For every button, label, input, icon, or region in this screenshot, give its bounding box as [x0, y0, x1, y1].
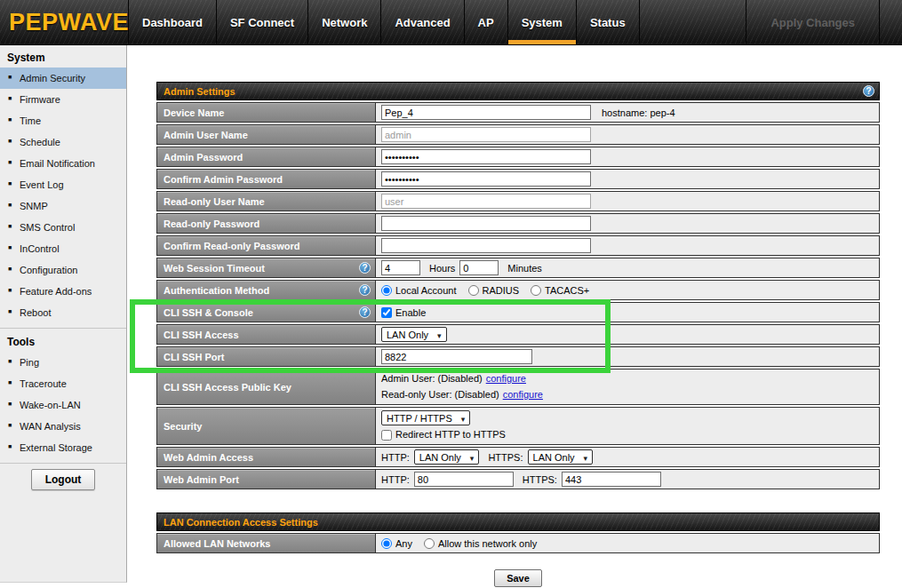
- save-button[interactable]: Save: [494, 569, 542, 587]
- device-name-row: Device Name hostname: pep-4: [156, 102, 880, 123]
- sidebar-item-wake-on-lan[interactable]: Wake-on-LAN: [0, 394, 126, 416]
- square-bullet-icon: [8, 441, 20, 455]
- sidebar-item-label: Firmware: [20, 93, 60, 106]
- hours-label: Hours: [429, 263, 455, 274]
- auth-local-account-radio[interactable]: [381, 285, 392, 296]
- http-label: HTTP:: [381, 452, 410, 463]
- cli-ssh-enable-checkbox[interactable]: [381, 307, 392, 318]
- sidebar-item-external-storage[interactable]: External Storage: [0, 437, 126, 458]
- sidebar-item-email-notification[interactable]: Email Notification: [0, 153, 126, 174]
- help-icon[interactable]: [863, 85, 874, 97]
- help-icon[interactable]: [359, 284, 371, 296]
- cli-ssh-port-input[interactable]: [381, 349, 532, 364]
- cli-ssh-access-label: CLI SSH Access: [164, 330, 239, 340]
- auth-tacacs-label: TACACS+: [545, 285, 589, 296]
- allowed-lan-any-label: Any: [395, 538, 412, 549]
- tab-sf-connect[interactable]: SF Connect: [217, 0, 308, 44]
- cli-ssh-access-select[interactable]: LAN Only: [381, 327, 447, 342]
- admin-password-input[interactable]: [381, 149, 591, 164]
- sidebar-item-label: Configuration: [20, 264, 77, 276]
- confirm-admin-password-label: Confirm Admin Password: [164, 174, 283, 185]
- allowed-lan-any-radio[interactable]: [381, 538, 392, 549]
- device-name-input[interactable]: [381, 105, 591, 120]
- readonly-user-name-row: Read-only User Name: [156, 191, 880, 211]
- square-bullet-icon: [8, 156, 20, 171]
- sidebar-item-incontrol[interactable]: InControl: [0, 238, 126, 259]
- logout-button[interactable]: Logout: [31, 469, 96, 490]
- admin-password-label: Admin Password: [164, 152, 243, 163]
- chevron-down-icon: [584, 452, 588, 463]
- sidebar-item-event-log[interactable]: Event Log: [0, 174, 126, 195]
- main-content: Admin Settings Device Name hostname: pep…: [156, 82, 880, 587]
- security-protocol-select[interactable]: HTTP / HTTPS: [381, 410, 470, 425]
- sidebar-item-ping[interactable]: Ping: [0, 352, 126, 373]
- apply-changes-button[interactable]: Apply Changes: [746, 0, 880, 44]
- auth-local-account-label: Local Account: [395, 285, 457, 296]
- admin-user-configure-link[interactable]: configure: [486, 372, 526, 385]
- sidebar-item-reboot[interactable]: Reboot: [0, 302, 126, 323]
- sidebar-item-firmware[interactable]: Firmware: [0, 89, 126, 110]
- help-icon[interactable]: [359, 262, 371, 274]
- chevron-down-icon: [461, 413, 466, 424]
- web-admin-http-access-select[interactable]: LAN Only: [414, 449, 480, 465]
- web-admin-access-row: Web Admin Access HTTP: LAN Only HTTPS: L…: [156, 447, 880, 467]
- readonly-password-row: Read-only Password: [156, 213, 880, 234]
- sidebar-item-traceroute[interactable]: Traceroute: [0, 373, 126, 394]
- readonly-user-configure-link[interactable]: configure: [503, 388, 543, 401]
- tab-network[interactable]: Network: [308, 0, 381, 44]
- square-bullet-icon: [8, 377, 20, 391]
- tab-status[interactable]: Status: [577, 0, 640, 44]
- redirect-http-label: Redirect HTTP to HTTPS: [395, 428, 506, 441]
- web-admin-http-port-input[interactable]: [414, 472, 514, 487]
- square-bullet-icon: [8, 92, 20, 107]
- readonly-user-key-status: Read-only User: (Disabled): [381, 388, 499, 401]
- tab-dashboard[interactable]: Dashboard: [129, 0, 217, 44]
- security-protocol-selected-value: HTTP / HTTPS: [387, 413, 452, 424]
- sidebar-item-configuration[interactable]: Configuration: [0, 259, 126, 281]
- authentication-method-row: Authentication Method Local Account RADI…: [156, 280, 880, 300]
- web-admin-https-access-select[interactable]: LAN Only: [528, 449, 594, 465]
- allowed-lan-this-network-radio[interactable]: [424, 538, 435, 549]
- chevron-down-icon: [470, 452, 475, 463]
- square-bullet-icon: [8, 71, 20, 85]
- web-admin-https-port-input[interactable]: [562, 472, 661, 487]
- tab-ap[interactable]: AP: [465, 0, 508, 44]
- sidebar-item-wan-analysis[interactable]: WAN Analysis: [0, 416, 126, 437]
- timeout-minutes-input[interactable]: [459, 260, 499, 275]
- authentication-method-label: Authentication Method: [164, 285, 269, 296]
- readonly-password-input[interactable]: [381, 216, 591, 231]
- web-session-timeout-label: Web Session Timeout: [164, 263, 265, 274]
- square-bullet-icon: [8, 135, 20, 149]
- web-admin-http-access-value: LAN Only: [419, 452, 461, 463]
- sidebar-item-schedule[interactable]: Schedule: [0, 131, 126, 153]
- sidebar-item-admin-security[interactable]: Admin Security: [0, 68, 126, 89]
- confirm-admin-password-input[interactable]: [381, 171, 591, 187]
- sidebar-item-sms-control[interactable]: SMS Control: [0, 217, 126, 238]
- sidebar-item-label: Event Log: [20, 179, 64, 191]
- tab-advanced[interactable]: Advanced: [381, 0, 464, 44]
- cli-ssh-console-label: CLI SSH & Console: [164, 307, 253, 318]
- auth-tacacs-radio[interactable]: [531, 285, 541, 296]
- sidebar-section-tools: Tools: [0, 331, 126, 352]
- sidebar-item-label: External Storage: [20, 441, 92, 454]
- redirect-http-checkbox[interactable]: [381, 430, 392, 441]
- auth-radius-radio[interactable]: [468, 285, 479, 296]
- sidebar-item-label: Ping: [20, 356, 39, 369]
- http-label: HTTP:: [381, 474, 410, 485]
- admin-user-name-input[interactable]: [381, 127, 591, 142]
- readonly-user-name-label: Read-only User Name: [164, 196, 265, 207]
- sidebar-item-time[interactable]: Time: [0, 110, 126, 131]
- sidebar-item-feature-add-ons[interactable]: Feature Add-ons: [0, 281, 126, 302]
- confirm-readonly-password-input[interactable]: [381, 238, 591, 253]
- timeout-hours-input[interactable]: [381, 260, 420, 275]
- square-bullet-icon: [8, 220, 20, 234]
- tab-system[interactable]: System: [508, 0, 577, 44]
- sidebar-item-label: Traceroute: [20, 377, 67, 390]
- hostname-note: hostname: pep-4: [602, 107, 675, 118]
- security-row: Security HTTP / HTTPS Redirect HTTP to H…: [156, 407, 880, 445]
- admin-settings-title: Admin Settings: [164, 86, 235, 97]
- sidebar-item-snmp[interactable]: SNMP: [0, 195, 126, 217]
- help-icon[interactable]: [359, 306, 371, 318]
- readonly-user-name-input[interactable]: [381, 194, 591, 209]
- pepwave-logo[interactable]: PEPWAVE: [0, 0, 129, 44]
